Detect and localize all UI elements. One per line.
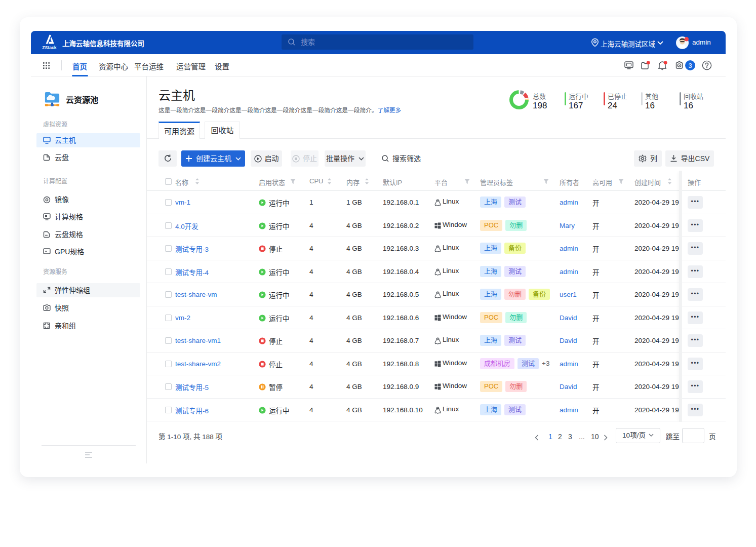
svg-text:ZStack: ZStack — [43, 45, 57, 50]
